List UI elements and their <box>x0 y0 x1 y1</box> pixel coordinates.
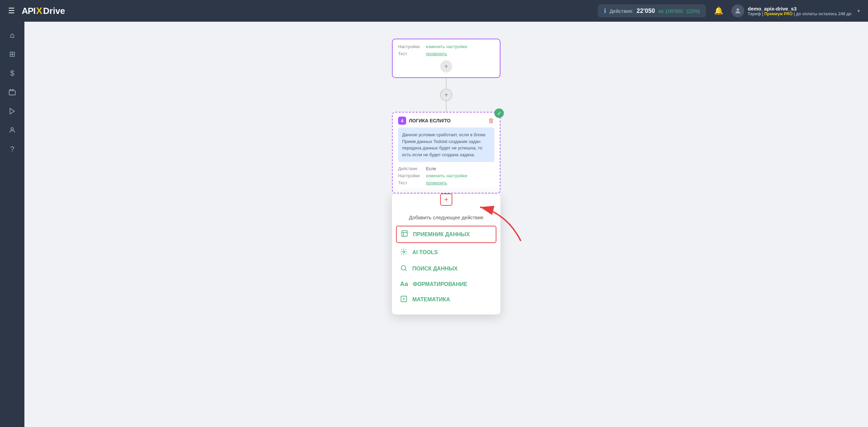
sidebar-item-profile[interactable] <box>4 122 20 138</box>
dropdown-item-receiver[interactable]: ПРИЕМНИК ДАННЫХ <box>396 226 496 243</box>
logic-block-rows: Действие Если Настройки изменить настрой… <box>393 166 500 193</box>
logo-x: X <box>36 5 42 16</box>
svg-point-7 <box>403 251 405 253</box>
actions-badge: ℹ Действия: 22'050 из 100'000 (22%) <box>598 4 706 17</box>
logic-block-delete-button[interactable]: 🗑 <box>488 117 494 124</box>
logic-block-description: Данное условие сработает, если в блоке П… <box>398 127 494 162</box>
logic-test-label: Тест <box>398 180 422 185</box>
dropdown-menu: Добавить следующее действие ПРИЕМНИК ДАН… <box>392 194 500 314</box>
logo-drive: Drive <box>43 6 65 16</box>
svg-marker-2 <box>10 108 15 114</box>
dropdown-item-format-label: ФОРМАТИРОВАНИЕ <box>413 281 467 287</box>
top-block-test-row: Тест проверить <box>398 51 494 56</box>
actions-total: из 100'000 <box>658 8 683 14</box>
dropdown-wrap: + Добавить следующее действие ПРИЕМНИК Д… <box>392 194 500 206</box>
dropdown-item-format[interactable]: Аа ФОРМАТИРОВАНИЕ <box>392 277 500 291</box>
dropdown-item-search[interactable]: ПОИСК ДАННЫХ <box>392 261 500 277</box>
user-info[interactable]: demo_apix-drive_s3 Тариф | Премиум PRO |… <box>731 4 860 17</box>
connector-line-2 <box>446 101 447 112</box>
user-details: demo_apix-drive_s3 Тариф | Премиум PRO |… <box>748 6 851 16</box>
topbar-right: ℹ Действия: 22'050 из 100'000 (22%) 🔔 de… <box>598 4 860 17</box>
actions-pct: (22%) <box>686 8 700 14</box>
sidebar-item-billing[interactable]: $ <box>4 65 20 81</box>
top-block-settings-label: Настройки <box>398 44 422 49</box>
workflow-container: Настройки изменить настройки Тест провер… <box>45 35 848 206</box>
dropdown-item-ai[interactable]: AI TOOLS <box>392 244 500 261</box>
logic-test-link[interactable]: проверить <box>426 180 447 185</box>
svg-point-0 <box>737 8 739 11</box>
search-data-icon <box>400 264 408 273</box>
svg-rect-1 <box>9 90 15 95</box>
sidebar-item-tools[interactable] <box>4 84 20 100</box>
top-block-test-label: Тест <box>398 51 422 56</box>
actions-count: 22'050 <box>637 7 655 15</box>
math-icon <box>400 295 408 304</box>
logic-block: ✓ 4 ЛОГИКА ЕСЛИ/ТО 🗑 Данное условие сраб… <box>392 112 500 194</box>
logic-block-title: ЛОГИКА ЕСЛИ/ТО <box>409 118 488 123</box>
topbar: ☰ API X Drive ℹ Действия: 22'050 из 100'… <box>0 0 868 22</box>
sidebar: ⌂ ⊞ $ ? <box>0 22 24 427</box>
receiver-icon <box>401 230 408 239</box>
logo-api: API <box>22 6 35 16</box>
sidebar-item-home[interactable]: ⌂ <box>4 27 20 43</box>
info-icon: ℹ <box>604 7 606 15</box>
top-block: Настройки изменить настройки Тест провер… <box>392 39 500 78</box>
format-icon: Аа <box>400 281 408 288</box>
svg-line-9 <box>405 269 407 271</box>
dropdown-item-ai-label: AI TOOLS <box>412 249 438 256</box>
avatar <box>731 4 744 17</box>
main-canvas: Настройки изменить настройки Тест провер… <box>24 22 868 427</box>
logic-settings-link[interactable]: изменить настройки <box>426 173 467 178</box>
logic-test-row: Тест проверить <box>398 180 494 185</box>
sidebar-item-grid[interactable]: ⊞ <box>4 46 20 62</box>
dropdown-item-math-label: МАТЕМАТИКА <box>412 297 450 303</box>
user-name: demo_apix-drive_s3 <box>748 6 851 12</box>
connector-circle-1[interactable]: + <box>440 89 452 101</box>
hamburger-menu[interactable]: ☰ <box>8 6 15 15</box>
logic-settings-row: Настройки изменить настройки <box>398 173 494 178</box>
ai-tools-icon <box>400 248 408 257</box>
logic-action-label: Действие <box>398 166 422 171</box>
logo: API X Drive <box>22 5 65 16</box>
dropdown-title: Добавить следующее действие <box>392 212 500 226</box>
topbar-left: ☰ API X Drive <box>8 5 65 16</box>
logic-settings-label: Настройки <box>398 173 422 178</box>
logic-block-header: 4 ЛОГИКА ЕСЛИ/ТО 🗑 <box>393 113 500 127</box>
top-block-test-link[interactable]: проверить <box>426 51 447 56</box>
dropdown-item-search-label: ПОИСК ДАННЫХ <box>412 266 458 272</box>
sidebar-item-media[interactable] <box>4 103 20 119</box>
top-block-settings-row: Настройки изменить настройки <box>398 44 494 49</box>
dropdown-item-receiver-label: ПРИЕМНИК ДАННЫХ <box>413 231 470 238</box>
chevron-down-icon: ▾ <box>857 8 860 14</box>
svg-point-3 <box>11 128 13 130</box>
block-check-icon: ✓ <box>494 108 504 118</box>
top-block-plus-button[interactable]: + <box>440 60 452 73</box>
logic-action-row: Действие Если <box>398 166 494 171</box>
user-plan: Тариф | Премиум PRO | до оплаты осталось… <box>748 12 851 16</box>
actions-label: Действия: <box>610 8 633 14</box>
svg-rect-4 <box>402 231 408 237</box>
sidebar-item-help[interactable]: ? <box>4 141 20 157</box>
connector-line-1 <box>446 78 447 89</box>
svg-point-8 <box>401 266 406 270</box>
logic-action-value: Если <box>426 166 436 171</box>
bell-icon[interactable]: 🔔 <box>714 6 723 15</box>
dropdown-item-math[interactable]: МАТЕМАТИКА <box>392 291 500 308</box>
add-action-button[interactable]: + <box>440 194 452 206</box>
top-block-settings-link[interactable]: изменить настройки <box>426 44 467 49</box>
logic-block-number: 4 <box>398 117 406 125</box>
canvas: Настройки изменить настройки Тест провер… <box>24 22 868 219</box>
